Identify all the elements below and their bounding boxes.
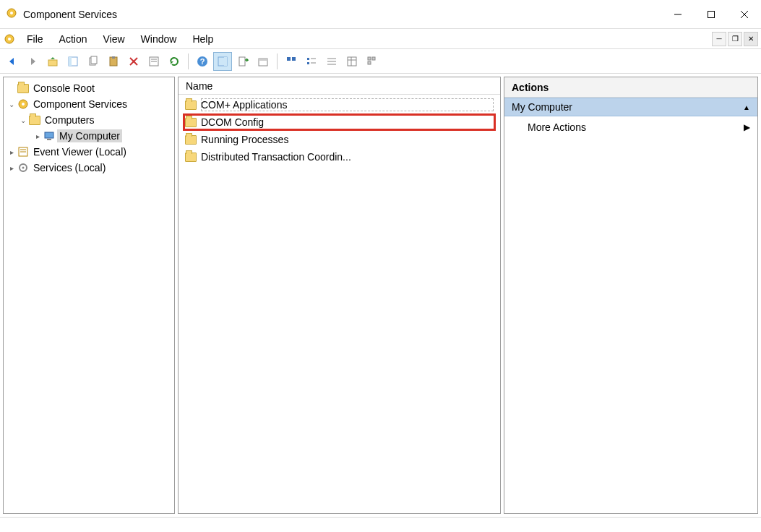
toolbar-separator xyxy=(277,53,278,69)
svg-rect-31 xyxy=(307,62,309,64)
list-column-header[interactable]: Name xyxy=(179,77,500,95)
tree-node-label: Services (Local) xyxy=(31,161,108,174)
toolbar: ? xyxy=(0,49,761,74)
maximize-button[interactable] xyxy=(695,0,728,28)
actions-item-more-actions[interactable]: More Actions ▶ xyxy=(504,116,757,138)
chevron-down-icon[interactable]: ⌄ xyxy=(18,116,28,124)
properties-button[interactable] xyxy=(145,52,163,71)
svg-point-7 xyxy=(8,38,11,40)
tree-node-console-root[interactable]: ▸ Console Root xyxy=(4,80,174,96)
tree-node-label: Event Viewer (Local) xyxy=(31,145,129,158)
tree-node-computers[interactable]: ⌄ Computers xyxy=(4,112,174,128)
mdi-minimize-button[interactable]: ─ xyxy=(712,32,726,46)
back-button[interactable] xyxy=(3,52,22,71)
help-button[interactable]: ? xyxy=(193,52,212,71)
console-tree-pane: ▸ Console Root ⌄ Component Services ⌄ Co… xyxy=(3,77,175,514)
copy-button[interactable] xyxy=(84,52,103,71)
tree-node-label: Console Root xyxy=(31,82,97,95)
view-mode-3-button[interactable] xyxy=(322,52,341,71)
chevron-up-icon: ▲ xyxy=(743,103,750,111)
forward-button[interactable] xyxy=(23,52,42,71)
view-tiles-button[interactable] xyxy=(363,52,382,71)
list-body: COM+ Applications DCOM Config Running Pr… xyxy=(179,95,500,167)
chevron-right-icon: ▶ xyxy=(744,122,750,132)
view-detail-button[interactable] xyxy=(343,52,361,71)
console-tree: ▸ Console Root ⌄ Component Services ⌄ Co… xyxy=(4,77,174,179)
svg-rect-28 xyxy=(292,57,296,61)
view-mode-1-button[interactable] xyxy=(282,52,301,71)
view-mode-2-button[interactable] xyxy=(302,52,321,71)
folder-icon xyxy=(185,153,197,162)
list-item-label: COM+ Applications xyxy=(201,99,353,111)
svg-rect-14 xyxy=(112,56,115,59)
eventviewer-icon xyxy=(17,146,30,158)
svg-rect-8 xyxy=(48,60,57,66)
actions-pane-title: Actions xyxy=(504,77,757,98)
export-list-button[interactable] xyxy=(233,52,252,71)
show-hide-tree-button[interactable] xyxy=(64,52,82,71)
tree-node-event-viewer[interactable]: ▸ Event Viewer (Local) xyxy=(4,144,174,160)
minimize-button[interactable] xyxy=(661,0,695,28)
statusbar xyxy=(0,518,761,532)
main-content: ▸ Console Root ⌄ Component Services ⌄ Co… xyxy=(0,74,761,518)
folder-icon xyxy=(185,118,197,127)
new-window-button[interactable] xyxy=(254,52,272,71)
menu-file[interactable]: File xyxy=(19,29,51,49)
list-item-dtc[interactable]: Distributed Transaction Coordin... xyxy=(183,148,496,166)
chevron-right-icon[interactable]: ▸ xyxy=(33,132,43,140)
svg-point-50 xyxy=(22,167,25,169)
refresh-button[interactable] xyxy=(165,52,184,71)
close-button[interactable] xyxy=(728,0,761,28)
svg-rect-12 xyxy=(91,56,97,64)
tree-node-services[interactable]: ▸ Services (Local) xyxy=(4,160,174,176)
svg-rect-41 xyxy=(368,61,371,64)
services-icon xyxy=(17,162,30,173)
tree-node-label: My Computer xyxy=(57,129,122,142)
app-menu-icon[interactable] xyxy=(0,33,19,45)
paste-button[interactable] xyxy=(104,52,123,71)
menu-help[interactable]: Help xyxy=(184,29,221,49)
svg-point-1 xyxy=(10,12,13,14)
list-item-label: Distributed Transaction Coordin... xyxy=(201,151,351,163)
svg-rect-39 xyxy=(368,57,371,60)
tree-node-label: Computers xyxy=(43,113,96,126)
mdi-close-button[interactable]: ✕ xyxy=(744,32,758,46)
tree-node-my-computer[interactable]: ▸ My Computer xyxy=(4,128,174,144)
svg-rect-40 xyxy=(372,57,375,60)
actions-item-label: More Actions xyxy=(528,121,586,133)
delete-button[interactable] xyxy=(124,52,143,71)
up-folder-button[interactable] xyxy=(43,52,62,71)
toolbar-separator xyxy=(188,53,189,69)
menubar: File Action View Window Help ─ ❐ ✕ xyxy=(0,29,761,49)
list-item-dcom-config[interactable]: DCOM Config xyxy=(183,113,496,131)
svg-point-43 xyxy=(22,103,25,106)
svg-text:?: ? xyxy=(200,57,205,66)
tree-node-label: Component Services xyxy=(31,98,129,111)
show-hide-action-button[interactable] xyxy=(213,52,232,71)
chevron-right-icon[interactable]: ▸ xyxy=(7,148,17,156)
svg-rect-29 xyxy=(307,58,309,60)
actions-context-header[interactable]: My Computer ▲ xyxy=(504,98,757,116)
svg-rect-27 xyxy=(287,57,291,61)
chevron-right-icon[interactable]: ▸ xyxy=(7,164,17,172)
list-item-running-processes[interactable]: Running Processes xyxy=(183,131,496,148)
menu-action[interactable]: Action xyxy=(51,29,95,49)
svg-rect-26 xyxy=(259,59,267,61)
tree-node-component-services[interactable]: ⌄ Component Services xyxy=(4,96,174,112)
list-item-com-applications[interactable]: COM+ Applications xyxy=(183,96,496,113)
svg-rect-10 xyxy=(69,57,72,66)
gear-icon xyxy=(17,98,30,110)
svg-rect-3 xyxy=(708,11,715,17)
svg-rect-36 xyxy=(348,57,356,66)
window-title: Component Services xyxy=(23,9,117,20)
menu-view[interactable]: View xyxy=(95,29,132,49)
mdi-restore-button[interactable]: ❐ xyxy=(728,32,742,46)
actions-context-label: My Computer xyxy=(512,101,572,113)
computer-icon xyxy=(43,130,56,142)
svg-rect-45 xyxy=(47,139,51,140)
menu-window[interactable]: Window xyxy=(133,29,185,49)
folder-icon xyxy=(185,135,197,145)
actions-pane: Actions My Computer ▲ More Actions ▶ xyxy=(504,77,758,514)
details-list-pane: Name COM+ Applications DCOM Config Runni… xyxy=(178,77,501,514)
chevron-down-icon[interactable]: ⌄ xyxy=(7,100,17,108)
